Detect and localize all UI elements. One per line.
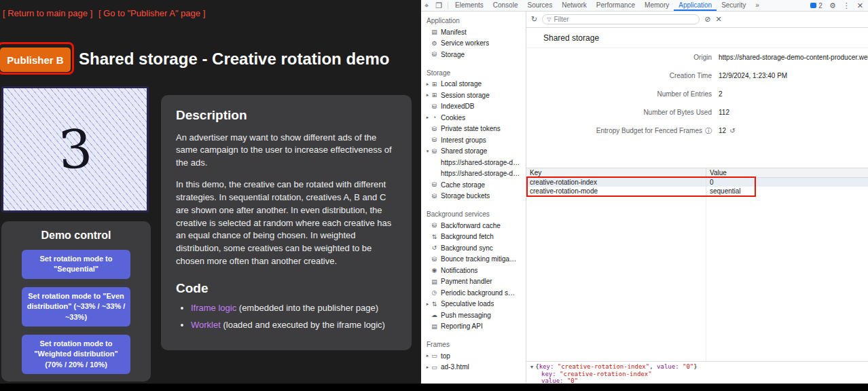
clear-icon[interactable]: ⊘ bbox=[704, 15, 710, 24]
rotation-even-distribution-button[interactable]: Set rotation mode to "Even distribution"… bbox=[22, 287, 130, 327]
sidebar-item-shared-storage-origin-1[interactable]: https://shared-storage-d… bbox=[421, 157, 526, 168]
tab-security[interactable]: Security bbox=[717, 0, 751, 11]
document-icon: ▤ bbox=[431, 323, 438, 330]
expand-arrow-icon[interactable]: ▸ bbox=[424, 365, 431, 370]
sidebar-item-notifications[interactable]: ◉ Notifications bbox=[421, 265, 526, 276]
sidebar-item-shared-storage[interactable]: ▾ ⛁ Shared storage bbox=[421, 146, 526, 157]
sidebar-item-manifest[interactable]: ▤ Manifest bbox=[421, 26, 526, 38]
sidebar-item-background-sync[interactable]: ↺ Background sync bbox=[421, 242, 526, 254]
issues-badge[interactable]: 2 bbox=[807, 2, 826, 10]
page-title: Shared storage - Creative rotation demo bbox=[79, 50, 389, 69]
table-cell-value: 0 bbox=[706, 178, 868, 187]
rotation-weighted-distribution-button[interactable]: Set rotation mode to "Weighted distribut… bbox=[22, 335, 130, 374]
meta-value: 2 bbox=[719, 90, 723, 98]
expand-arrow-icon[interactable]: ▸ bbox=[424, 92, 431, 98]
sidebar-item-frame-top[interactable]: ▸ ▭ top bbox=[421, 350, 526, 362]
cloud-icon: ☁ bbox=[431, 312, 438, 318]
sidebar-item-interest-groups[interactable]: ⛁ Interest groups bbox=[421, 134, 526, 146]
sidebar-item-background-fetch[interactable]: ⇅ Background fetch bbox=[421, 231, 526, 243]
kebab-menu-icon[interactable]: ⋮ bbox=[839, 0, 854, 12]
preview-token: key: bbox=[539, 363, 558, 370]
reset-budget-icon[interactable]: ↺ bbox=[729, 127, 735, 134]
column-header-value[interactable]: Value bbox=[706, 168, 868, 177]
sidebar-item-label: Cookies bbox=[441, 114, 465, 122]
table-icon: ⊞ bbox=[431, 92, 438, 98]
settings-gear-icon[interactable]: ⚙ bbox=[826, 0, 839, 12]
sidebar-item-label: https://shared-storage-d… bbox=[441, 170, 520, 177]
sidebar-item-frame-ad3[interactable]: ▸ ▭ ad-3.html bbox=[421, 362, 526, 373]
meta-value: 12↺ bbox=[719, 127, 736, 134]
inspect-icon[interactable]: ⌖ bbox=[421, 0, 432, 12]
divider bbox=[448, 2, 448, 10]
devtools-body: Application ▤ Manifest ⚙ Service workers… bbox=[421, 12, 868, 383]
collapse-arrow-icon[interactable]: ▾ bbox=[424, 149, 431, 154]
sidebar-item-back-forward-cache[interactable]: ⛁ Back/forward cache bbox=[421, 220, 526, 231]
tab-overflow-chevron[interactable]: » bbox=[751, 0, 764, 11]
sidebar-item-indexeddb[interactable]: ⛁ IndexedDB bbox=[421, 101, 526, 113]
table-row[interactable]: creative-rotation-index 0 bbox=[526, 178, 868, 187]
sidebar-item-push-messaging[interactable]: ☁ Push messaging bbox=[421, 310, 526, 321]
iframe-logic-link[interactable]: Iframe logic bbox=[191, 303, 236, 313]
database-icon: ⛁ bbox=[431, 193, 438, 200]
goto-publisher-a-link[interactable]: [ Go to "Publisher A" page ] bbox=[98, 8, 205, 18]
sidebar-item-bounce-tracking-mitigations[interactable]: ⛁ Bounce tracking mitiga… bbox=[421, 254, 526, 265]
metadata-view: Origin https://shared-storage-demo-conte… bbox=[526, 48, 868, 140]
tab-application[interactable]: Application bbox=[674, 0, 717, 11]
tab-performance[interactable]: Performance bbox=[592, 0, 640, 11]
database-icon: ⛁ bbox=[431, 126, 438, 132]
refresh-icon[interactable]: ↻ bbox=[531, 15, 537, 24]
expand-arrow-icon[interactable]: ▸ bbox=[424, 115, 431, 120]
expand-arrow-icon[interactable]: ▸ bbox=[424, 301, 431, 307]
sidebar-item-cache-storage[interactable]: ⛁ Cache storage bbox=[421, 179, 526, 191]
info-icon[interactable]: ⓘ bbox=[705, 127, 712, 134]
sidebar-item-storage[interactable]: ⛁ Storage bbox=[421, 49, 526, 60]
sidebar-item-label: top bbox=[441, 352, 450, 360]
expand-arrow-icon[interactable]: ▸ bbox=[424, 81, 431, 87]
close-icon[interactable]: ✕ bbox=[715, 15, 721, 24]
close-devtools-icon[interactable]: ✕ bbox=[854, 0, 867, 12]
preview-summary: ▼{key: "creative-rotation-index", value:… bbox=[530, 363, 868, 371]
column-header-key[interactable]: Key bbox=[526, 168, 706, 177]
sidebar-item-private-state-tokens[interactable]: ⛁ Private state tokens bbox=[421, 124, 526, 135]
sidebar-item-cookies[interactable]: ▸ ◔ Cookies bbox=[421, 112, 526, 124]
section-title-application: Application bbox=[421, 14, 526, 26]
rotation-sequential-button[interactable]: Set rotation mode to "Sequential" bbox=[22, 250, 130, 279]
worklet-link[interactable]: Worklet bbox=[191, 320, 221, 330]
sidebar-item-storage-buckets[interactable]: ⛁ Storage buckets bbox=[421, 191, 526, 202]
code-list: Iframe logic (embedded into the publishe… bbox=[176, 302, 397, 333]
filter-input[interactable]: ▽ Filter bbox=[542, 14, 700, 24]
device-toolbar-icon[interactable]: ❐ bbox=[432, 0, 446, 12]
sidebar-item-label: Session storage bbox=[441, 92, 490, 99]
sidebar-item-local-storage[interactable]: ▸ ⊞ Local storage bbox=[421, 79, 526, 90]
return-main-link[interactable]: [ Return to main page ] bbox=[3, 8, 92, 18]
sidebar-item-service-workers[interactable]: ⚙ Service workers bbox=[421, 38, 526, 50]
tab-console[interactable]: Console bbox=[488, 0, 523, 11]
tab-network[interactable]: Network bbox=[557, 0, 592, 11]
bell-icon: ◉ bbox=[431, 267, 438, 274]
sidebar-item-shared-storage-origin-2[interactable]: https://shared-storage-d… bbox=[421, 168, 526, 180]
sidebar-item-speculative-loads[interactable]: ▸ ⇅ Speculative loads bbox=[421, 299, 526, 310]
tab-elements[interactable]: Elements bbox=[450, 0, 488, 11]
sidebar-item-label: Private state tokens bbox=[441, 125, 501, 132]
tabbar-right-controls: 2 ⚙ ⋮ ✕ bbox=[807, 0, 868, 12]
meta-label: Number of Bytes Used bbox=[526, 109, 712, 116]
tab-sources[interactable]: Sources bbox=[522, 0, 557, 11]
sidebar-item-label: Storage bbox=[441, 51, 465, 58]
sidebar-item-label: Shared storage bbox=[441, 147, 487, 155]
card-icon: ▤ bbox=[431, 278, 438, 285]
table-row[interactable]: creative-rotation-mode sequential bbox=[526, 187, 868, 196]
sidebar-item-label: IndexedDB bbox=[441, 103, 474, 110]
meta-row-creation-time: Creation Time 12/9/2024, 1:23:40 PM bbox=[526, 67, 868, 85]
sidebar-item-session-storage[interactable]: ▸ ⊞ Session storage bbox=[421, 90, 526, 101]
meta-label: Entropy Budget for Fenced Framesⓘ bbox=[526, 126, 712, 136]
sidebar-item-payment-handler[interactable]: ▤ Payment handler bbox=[421, 276, 526, 288]
sidebar-item-reporting-api[interactable]: ▤ Reporting API bbox=[421, 321, 526, 333]
tab-memory[interactable]: Memory bbox=[640, 0, 674, 11]
expand-arrow-icon[interactable]: ▸ bbox=[424, 353, 431, 358]
storage-items-table: Key Value creative-rotation-index 0 crea… bbox=[526, 168, 868, 361]
pane-title: Shared storage bbox=[526, 28, 868, 48]
triangle-down-icon[interactable]: ▼ bbox=[530, 365, 533, 370]
filter-icon: ▽ bbox=[547, 16, 551, 22]
entry-preview-pane: ▼{key: "creative-rotation-index", value:… bbox=[526, 361, 868, 383]
sidebar-item-periodic-background-sync[interactable]: ◷ Periodic background s… bbox=[421, 287, 526, 299]
